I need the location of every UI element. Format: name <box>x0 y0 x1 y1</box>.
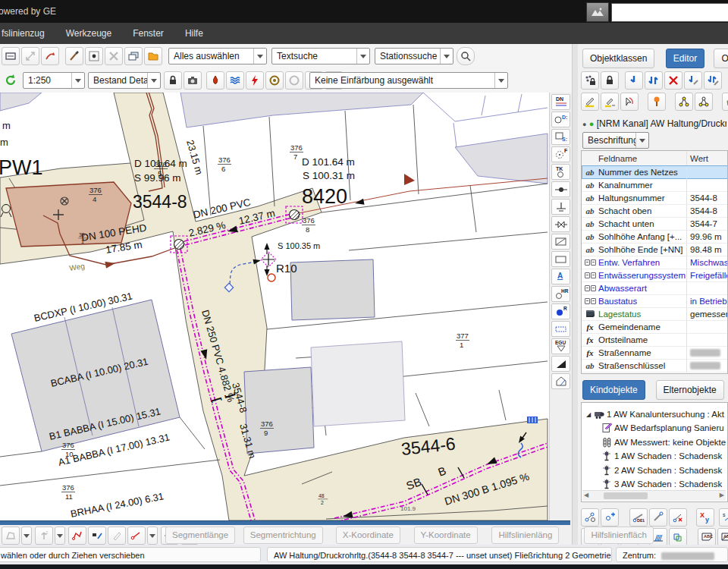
house-edit-tool[interactable] <box>551 373 570 389</box>
select-curve-icon[interactable] <box>620 93 639 111</box>
dropdown-arrow-icon[interactable] <box>21 527 32 545</box>
attr-row-abwasserart[interactable]: Abwasserart <box>582 281 728 295</box>
electric-lightning-icon[interactable] <box>246 71 264 90</box>
tree-item[interactable]: 1 AW Schaden : Schadensk <box>586 449 722 463</box>
attr-row-ortsteilname[interactable]: fx Ortsteilname <box>582 333 728 347</box>
tree-item[interactable]: 2 AW Schaden : Schadensk <box>586 464 722 477</box>
district-heat-icon[interactable] <box>265 71 284 90</box>
s-arrow-icon[interactable]: s <box>719 508 728 527</box>
brush-icon[interactable] <box>65 47 83 65</box>
menu-item-werkzeuge[interactable]: Werkzeuge <box>55 23 122 44</box>
attr-row-schacht-oben[interactable]: ab Schacht oben 3544-8 <box>582 204 728 218</box>
annotation-dropdown[interactable]: Beschriftung <box>582 132 649 149</box>
search-icon[interactable] <box>457 47 475 65</box>
dropdown-arrow-icon[interactable] <box>55 527 65 545</box>
f-point-tool[interactable]: F <box>551 146 570 162</box>
subtab-kindobjekte[interactable]: Kindobjekte <box>582 380 645 400</box>
node-cut-icon[interactable] <box>669 508 687 527</box>
basket-icon[interactable] <box>722 93 728 111</box>
tree-item[interactable]: 3 AW Schaden : Schadensk <box>586 477 722 491</box>
measure-button-x-koordinate[interactable]: X-Koordinate <box>336 527 400 544</box>
tree-item[interactable]: AW Bedarfsplanung Sanieru <box>586 421 724 435</box>
slope-triangle-tool[interactable] <box>551 356 570 372</box>
text-search-combobox[interactable]: Textsuche <box>271 48 370 64</box>
label-bp-off-icon[interactable]: ABC <box>717 528 728 545</box>
field-value[interactable] <box>686 346 728 359</box>
d-station-tool[interactable]: D: <box>551 112 570 127</box>
field-value[interactable]: 99.96 m <box>686 230 728 243</box>
attr-row-kanalnummer[interactable]: ab Kanalnummer <box>582 178 728 192</box>
place-pin-icon[interactable] <box>648 93 666 111</box>
tab-objektklassen[interactable]: Objektklassen <box>582 49 654 68</box>
r-point-tool[interactable]: R <box>551 303 570 319</box>
detail-style-dropdown[interactable]: Bestand Detail <box>88 72 161 89</box>
field-value[interactable]: in Betrieb <box>686 294 728 307</box>
measure-button-hilfslinienfläch[interactable]: Hilfslinienfläch <box>584 527 654 544</box>
attr-row-haltungsnummer[interactable]: ab Haltungsnummer 3544-8 <box>582 191 728 205</box>
s-polygon-tool[interactable]: S: <box>551 129 570 145</box>
text-a-tool[interactable]: A <box>551 269 570 284</box>
topology-nodes-alt-icon[interactable] <box>695 93 713 111</box>
label-bp-icon[interactable]: ABC <box>698 528 716 545</box>
field-value[interactable] <box>686 178 728 191</box>
attr-row-straßenschlüssel[interactable]: ab Straßenschlüssel <box>582 359 728 373</box>
map-canvas[interactable]: [ ] mmPW123.15 mD 101.64 mS 99.96 m3544-… <box>0 93 549 520</box>
field-value[interactable]: Freigefälle <box>686 269 728 281</box>
sketch-lock-icon[interactable] <box>88 527 106 545</box>
comm-disabled-icon[interactable] <box>285 71 303 90</box>
pipe-node-icon[interactable] <box>649 508 667 527</box>
attr-row-entwässerungssystem[interactable]: Entwässerungssystem Freigefälle <box>582 269 728 282</box>
topology-nodes-icon[interactable] <box>675 93 693 111</box>
edit-arrow-icon[interactable] <box>684 71 702 90</box>
objects-lock-icon[interactable] <box>581 71 599 90</box>
attr-row-nummer-des-netzes[interactable]: ab Nummer des Netzes <box>582 165 728 179</box>
attr-row-entw-verfahren[interactable]: Entw. Verfahren Mischwass <box>582 256 728 269</box>
scale-dropdown[interactable]: 1:250 <box>23 72 85 89</box>
windows-copy-icon[interactable] <box>124 47 143 65</box>
menu-item-fslinienzug[interactable]: fslinienzug <box>0 23 55 44</box>
measure-button-hilfslinienläng[interactable]: Hilfslinienläng <box>491 527 559 544</box>
water-waves-icon[interactable] <box>226 71 244 90</box>
attr-row-schacht-unten[interactable]: ab Schacht unten 3544-7 <box>582 217 728 231</box>
fit-frame-icon[interactable] <box>2 47 20 65</box>
select-mode-dropdown[interactable]: Alles auswählen <box>168 48 267 64</box>
draw-pencil-icon[interactable] <box>581 93 599 111</box>
edit-swap-arrows-icon[interactable] <box>704 71 722 90</box>
tk-tool[interactable]: TK <box>551 164 570 180</box>
node-zoom-icon[interactable] <box>581 508 599 527</box>
resize-disabled-icon[interactable] <box>21 47 39 65</box>
attr-row-gemeindename[interactable]: fx Gemeindename <box>582 320 728 334</box>
apply-arrow-icon[interactable] <box>625 71 643 90</box>
node-edit-icon[interactable] <box>127 527 146 545</box>
refresh-icon[interactable] <box>2 71 20 90</box>
swap-arrows-icon[interactable] <box>645 71 663 90</box>
node-add-icon[interactable] <box>601 508 619 527</box>
crossed-box-tool[interactable] <box>551 234 570 250</box>
field-value[interactable]: 3544-8 <box>686 204 728 217</box>
field-value[interactable]: 3544-8 <box>686 191 728 204</box>
offset-shapes-icon[interactable] <box>669 528 687 545</box>
measure-button-y-koordinate[interactable]: Y-Koordinate <box>414 527 478 544</box>
measure-button-segmentlänge[interactable]: Segmentlänge <box>165 527 235 544</box>
swap-xy-icon[interactable]: Xy <box>696 508 714 527</box>
tab-editor[interactable]: Editor <box>666 49 704 68</box>
gas-flame-icon[interactable] <box>206 71 224 90</box>
reroute-arrows-icon[interactable] <box>41 47 59 65</box>
field-value[interactable] <box>686 333 728 346</box>
attr-row-sohlhöhe-ende-nn-[interactable]: ab Sohlhöhe Ende [+NN] 98.48 m <box>582 243 728 256</box>
field-value[interactable] <box>686 359 728 372</box>
measure-button-segmentrichtung[interactable]: Segmentrichtung <box>243 527 323 544</box>
pipe-delete-icon[interactable]: DEL <box>629 508 648 527</box>
attr-row-straßenname[interactable]: fx Straßenname <box>582 346 728 360</box>
lock-view-icon[interactable] <box>164 71 182 90</box>
field-value[interactable] <box>686 165 728 178</box>
cancel-x-icon[interactable] <box>664 71 682 90</box>
dotted-box-tool[interactable] <box>551 321 570 337</box>
lock-icon[interactable] <box>601 71 619 90</box>
field-value[interactable]: 3544-7 <box>686 217 728 230</box>
bowtie-valve-tool[interactable] <box>551 216 570 232</box>
attr-row-sohlhöhe-anfang-[interactable]: ab Sohlhöhe Anfang [+... 99.96 m <box>582 230 728 244</box>
hr-tool[interactable]: HR <box>551 286 570 302</box>
field-value[interactable]: 98.48 m <box>686 243 728 256</box>
dn-dimension-tool[interactable]: DN <box>551 94 570 110</box>
